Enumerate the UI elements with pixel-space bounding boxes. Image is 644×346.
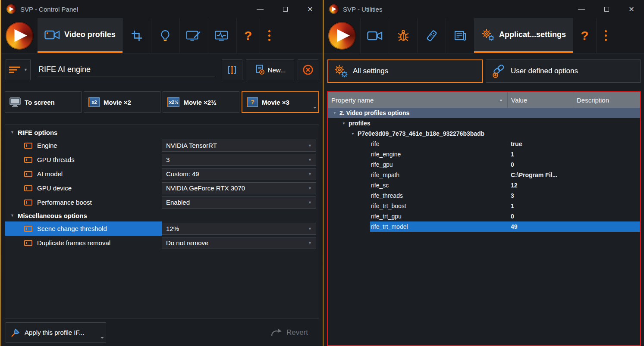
option-label-cell[interactable]: GPU device — [5, 181, 162, 195]
chevron-down-icon: ▼ — [308, 186, 312, 190]
profile-target-row: To screen x2 Movie ×2 x2½ Movie ×2½ ? Mo… — [1, 86, 323, 113]
column-header-value[interactable]: Value — [507, 92, 573, 108]
revert-button[interactable]: Revert — [270, 328, 308, 337]
maximize-button[interactable] — [594, 0, 619, 18]
x2-badge-icon: x2 — [88, 97, 100, 107]
text-cursor-icon — [227, 65, 237, 75]
performance-boost-dropdown[interactable]: Enabled ▼ — [162, 196, 316, 209]
tree-row-profile-guid[interactable]: ▼P7e0e3d09_7e73_461e_b18e_932276b3badb — [328, 128, 640, 139]
option-item-icon — [24, 199, 32, 206]
menu-dot-icon — [268, 39, 270, 41]
crop-tool-button[interactable] — [123, 18, 151, 53]
option-row-gpu-threads: GPU threads 3 ▼ — [5, 153, 319, 167]
video-camera-icon — [367, 30, 383, 41]
minimize-button[interactable]: — — [569, 0, 594, 18]
performance-monitor-button[interactable] — [208, 18, 236, 53]
profile-list-button[interactable]: ▼ — [6, 59, 31, 80]
tree-row-rife-gpu[interactable]: rife_gpu 0 — [328, 159, 640, 170]
tree-row-video-profiles-options[interactable]: ▼2. Video profiles options — [328, 108, 640, 118]
option-item-icon — [24, 157, 32, 163]
tree-row-rife-threads[interactable]: rife_threads 3 — [328, 190, 640, 201]
option-label-cell[interactable]: Scene change threshold — [5, 221, 162, 236]
gpu-threads-dropdown[interactable]: 3 ▼ — [162, 154, 316, 166]
debug-button[interactable] — [389, 18, 417, 53]
menu-dot-icon — [605, 30, 607, 32]
close-button[interactable]: ✕ — [619, 0, 644, 18]
help-button[interactable]: ? — [573, 18, 596, 53]
profile-selector-row: ▼ New... — [1, 53, 323, 86]
group-label: Miscellaneous options — [18, 212, 87, 219]
option-row-ai-model: AI model Custom: 49 ▼ — [5, 167, 319, 181]
tab-user-defined-options[interactable]: User defined options — [486, 59, 641, 83]
option-label-cell[interactable]: AI model — [5, 167, 162, 181]
group-rife-options[interactable]: ▼ RIFE options — [5, 126, 319, 138]
screen-setup-button[interactable] — [179, 18, 208, 53]
tree-row-rife-trt-boost[interactable]: rife_trt_boost 1 — [328, 201, 640, 211]
tab-video-profiles[interactable]: Video profiles — [38, 18, 123, 53]
option-label: GPU device — [37, 184, 72, 192]
option-item-icon — [24, 226, 32, 232]
column-header-description[interactable]: Description — [573, 92, 640, 108]
tab-all-settings[interactable]: All settings — [327, 59, 483, 83]
group-label: RIFE options — [18, 129, 58, 136]
svp-logo-icon — [6, 22, 33, 50]
row-name: 2. Video profiles options — [339, 109, 409, 116]
apply-profile-if-button[interactable]: Apply this profile IF... — [6, 322, 106, 343]
chevron-down-icon: ▼ — [308, 172, 312, 176]
maximize-button[interactable] — [273, 0, 298, 18]
svp-logo-area[interactable] — [324, 18, 360, 53]
group-miscellaneous-options[interactable]: ▼ Miscellaneous options — [5, 209, 319, 221]
column-header-property-name[interactable]: Property name ▲ — [328, 92, 507, 108]
option-label-cell[interactable]: Duplicate frames removal — [5, 236, 162, 250]
tree-row-profiles[interactable]: ▼profiles — [328, 118, 640, 128]
revert-label: Revert — [286, 328, 308, 337]
ai-model-dropdown[interactable]: Custom: 49 ▼ — [162, 168, 316, 180]
target-to-screen-button[interactable]: To screen — [5, 91, 82, 113]
tree-row-rife-sc[interactable]: rife_sc 12 — [328, 180, 640, 190]
option-label-cell[interactable]: Performance boost — [5, 195, 162, 209]
target-movie-x3-button[interactable]: ? Movie ×3 — [242, 91, 319, 113]
gears-icon — [333, 64, 348, 78]
chain-link-plus-icon — [491, 64, 506, 78]
option-label-cell[interactable]: Engine — [5, 138, 162, 153]
tips-button[interactable] — [151, 18, 179, 53]
delete-profile-button[interactable] — [298, 59, 318, 80]
settings-table: Property name ▲ Value Description ▼2. Vi… — [327, 91, 641, 346]
more-menu-button[interactable] — [596, 18, 615, 53]
row-value: 0 — [507, 213, 573, 220]
news-log-button[interactable] — [446, 18, 474, 53]
more-menu-button[interactable] — [260, 18, 279, 53]
window-title: SVP - Utilities — [343, 6, 382, 13]
engine-dropdown[interactable]: NVIDIA TensorRT ▼ — [162, 140, 316, 152]
new-profile-button[interactable]: New... — [246, 59, 294, 80]
tree-row-rife[interactable]: rife true — [328, 139, 640, 149]
tree-row-rife-mpath[interactable]: rife_mpath C:\Program Fil... — [328, 170, 640, 180]
tree-row-rife-engine[interactable]: rife_engine 1 — [328, 149, 640, 159]
remote-control-button[interactable] — [417, 18, 446, 53]
svp-logo-area[interactable] — [1, 18, 38, 53]
scene-change-threshold-dropdown[interactable]: 12% ▼ — [162, 223, 316, 235]
menu-dot-icon — [268, 34, 270, 37]
maximize-icon — [283, 7, 288, 12]
row-name: rife_engine — [371, 151, 401, 158]
rename-profile-button[interactable] — [222, 59, 242, 80]
target-movie-x2-button[interactable]: x2 Movie ×2 — [84, 91, 160, 113]
profile-options-panel: ▼ RIFE options Engine NVIDIA TensorRT ▼ … — [5, 124, 319, 319]
tab-video-profiles-label: Video profiles — [64, 30, 116, 39]
tree-row-rife-trt-model[interactable]: rife_trt_model 49 — [328, 221, 640, 232]
newspaper-icon — [454, 30, 466, 41]
row-value: 1 — [507, 151, 573, 158]
minimize-button[interactable]: — — [248, 0, 273, 18]
duplicate-frames-removal-dropdown[interactable]: Do not remove ▼ — [162, 237, 316, 249]
video-profiles-button[interactable] — [360, 18, 389, 53]
target-movie-x2half-button[interactable]: x2½ Movie ×2½ — [163, 91, 239, 113]
row-name: rife — [371, 140, 379, 147]
pushpin-icon — [10, 327, 21, 338]
gpu-device-dropdown[interactable]: NVIDIA GeForce RTX 3070 ▼ — [162, 182, 316, 194]
profile-name-input[interactable] — [38, 62, 215, 77]
option-label-cell[interactable]: GPU threads — [5, 153, 162, 167]
tree-row-rife-trt-gpu[interactable]: rife_trt_gpu 0 — [328, 211, 640, 221]
tab-application-settings[interactable]: Applicat...settings — [474, 18, 573, 53]
help-button[interactable]: ? — [236, 18, 260, 53]
close-button[interactable]: ✕ — [298, 0, 323, 18]
